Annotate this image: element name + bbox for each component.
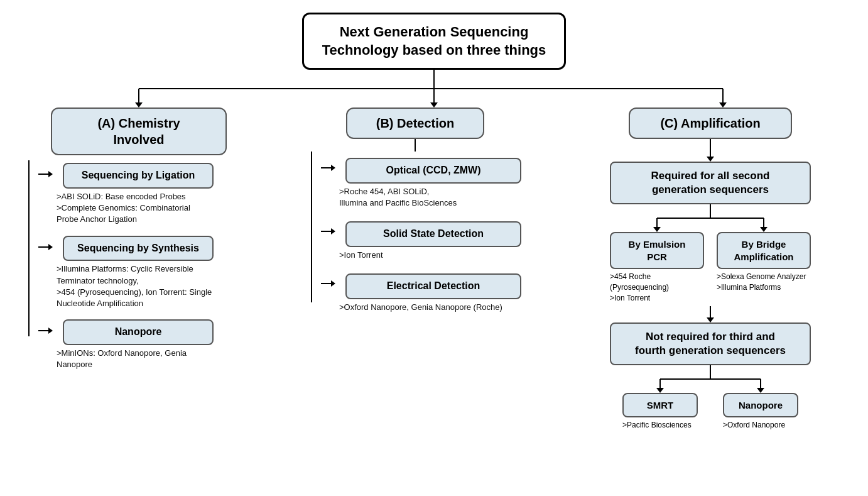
ligation-desc: >ABI SOLiD: Base encoded Probes >Complet… bbox=[57, 191, 220, 226]
required-box: Required for all second generation seque… bbox=[610, 162, 811, 204]
nanopore-a-item: Nanopore >MinIONs: Oxford Nanopore, Geni… bbox=[57, 319, 220, 378]
optical-desc: >Roche 454, ABI SOLiD, Illumina and Paci… bbox=[339, 186, 528, 209]
svg-marker-17 bbox=[656, 388, 664, 393]
bridge-amp-col: By Bridge Amplification >Solexa Genome A… bbox=[717, 232, 811, 303]
svg-marker-3 bbox=[135, 102, 143, 107]
root-title-box: Next Generation Sequencing Technology ba… bbox=[302, 13, 566, 70]
col-b-optical-row: Optical (CCD, ZMW) >Roche 454, ABI SOLiD… bbox=[321, 158, 528, 216]
synthesis-item: Sequencing by Synthesis >Illumina Platfo… bbox=[57, 236, 220, 317]
arrow-to-solid bbox=[321, 228, 335, 234]
col-b-row-1: Optical (CCD, ZMW) >Roche 454, ABI SOLiD… bbox=[302, 152, 528, 321]
col-b: (B) Detection Optical (CCD, Z bbox=[296, 107, 534, 431]
smrt-box: SMRT bbox=[622, 393, 698, 418]
svg-marker-13 bbox=[760, 227, 768, 232]
columns-container: (A) Chemistry Involved bbox=[13, 107, 855, 431]
col-a-row-1: Sequencing by Ligation >ABI SOLiD: Base … bbox=[38, 163, 258, 233]
optical-item: Optical (CCD, ZMW) >Roche 454, ABI SOLiD… bbox=[339, 158, 528, 216]
smrt-col: SMRT >Pacific Biosciences bbox=[622, 393, 698, 431]
arrow-to-electrical bbox=[321, 280, 335, 287]
nanopore-c-desc: >Oxford Nanopore bbox=[723, 420, 798, 431]
col-a-row-3: Nanopore >MinIONs: Oxford Nanopore, Geni… bbox=[38, 319, 258, 378]
bridge-amp-desc: >Solexa Genome Analyzer >Illumina Platfo… bbox=[717, 272, 811, 293]
ligation-box: Sequencing by Ligation bbox=[63, 163, 214, 189]
root-connectors bbox=[13, 70, 855, 107]
synthesis-desc: >Illumina Platforms: Cyclic Reversible T… bbox=[57, 263, 220, 309]
col-c-arrow-tip-1 bbox=[710, 152, 711, 157]
nanopore-c-box: Nanopore bbox=[723, 393, 798, 418]
col-b-items: Optical (CCD, ZMW) >Roche 454, ABI SOLiD… bbox=[321, 152, 528, 321]
col-c: (C) Amplification Required for all secon… bbox=[566, 107, 855, 431]
col-a-vert-line bbox=[19, 155, 38, 378]
solid-box: Solid State Detection bbox=[345, 221, 521, 247]
not-required-box: Not required for third and fourth genera… bbox=[610, 322, 811, 365]
col-a-row-2: Sequencing by Synthesis >Illumina Platfo… bbox=[38, 236, 258, 317]
solid-desc: >Ion Torrent bbox=[339, 250, 528, 261]
arrow-to-ligation bbox=[38, 171, 53, 177]
col-a-items: Sequencing by Ligation >ABI SOLiD: Base … bbox=[38, 155, 258, 378]
emulsion-pcr-col: By Emulsion PCR >454 Roche (Pyrosequenci… bbox=[610, 232, 704, 303]
nanopore-a-box: Nanopore bbox=[63, 319, 214, 345]
solid-item: Solid State Detection >Ion Torrent bbox=[339, 221, 528, 268]
svg-marker-5 bbox=[430, 102, 438, 107]
arrow-to-optical bbox=[321, 165, 335, 171]
col-a-header: (A) Chemistry Involved bbox=[51, 107, 227, 155]
emulsion-pcr-desc: >454 Roche (Pyrosequencing) >Ion Torrent bbox=[610, 272, 704, 303]
electrical-desc: >Oxford Nanopore, Genia Nanopore (Roche) bbox=[339, 302, 528, 313]
split-connector-2 bbox=[610, 365, 811, 393]
arrow-to-nanopore-a bbox=[38, 328, 53, 334]
root-title: Next Generation Sequencing Technology ba… bbox=[322, 24, 546, 58]
arrow-to-synthesis bbox=[38, 244, 53, 250]
col-b-vert-1 bbox=[302, 152, 321, 302]
col-c-split-1: By Emulsion PCR >454 Roche (Pyrosequenci… bbox=[604, 232, 817, 303]
emulsion-pcr-box: By Emulsion PCR bbox=[610, 232, 704, 269]
col-c-arrow-1 bbox=[710, 139, 711, 152]
col-a: (A) Chemistry Involved bbox=[13, 107, 264, 431]
split-connector-1 bbox=[604, 204, 817, 232]
col-c-arrow-2 bbox=[710, 306, 711, 317]
nanopore-c-col: Nanopore >Oxford Nanopore bbox=[723, 393, 798, 431]
arrowhead-1 bbox=[707, 157, 714, 162]
col-c-header: (C) Amplification bbox=[629, 107, 792, 139]
svg-marker-19 bbox=[757, 388, 764, 393]
bridge-amp-box: By Bridge Amplification bbox=[717, 232, 811, 269]
arrowhead-2 bbox=[707, 317, 714, 322]
svg-marker-11 bbox=[653, 227, 661, 232]
synthesis-box: Sequencing by Synthesis bbox=[63, 236, 214, 262]
nanopore-a-desc: >MinIONs: Oxford Nanopore, Genia Nanopor… bbox=[57, 348, 220, 370]
col-b-header: (B) Detection bbox=[346, 107, 484, 139]
col-b-arrow-1 bbox=[415, 139, 416, 152]
col-b-electrical-row: Electrical Detection >Oxford Nanopore, G… bbox=[321, 273, 528, 321]
svg-marker-7 bbox=[719, 102, 727, 107]
electrical-box: Electrical Detection bbox=[345, 273, 521, 299]
electrical-item: Electrical Detection >Oxford Nanopore, G… bbox=[339, 273, 528, 321]
optical-box: Optical (CCD, ZMW) bbox=[345, 158, 521, 184]
smrt-desc: >Pacific Biosciences bbox=[622, 420, 698, 431]
ligation-item: Sequencing by Ligation >ABI SOLiD: Base … bbox=[57, 163, 220, 233]
col-c-split-2: SMRT >Pacific Biosciences Nanopore >Oxfo… bbox=[610, 393, 811, 431]
col-b-solid-row: Solid State Detection >Ion Torrent bbox=[321, 221, 528, 268]
